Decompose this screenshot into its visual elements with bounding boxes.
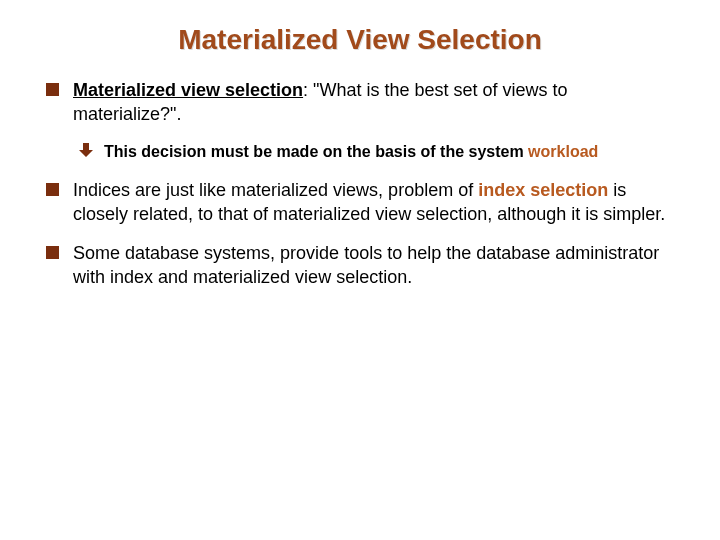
bullet-1-lead: Materialized view selection bbox=[73, 80, 303, 100]
sub-bullet-1-pre: This decision must be made on the basis … bbox=[104, 143, 528, 160]
bullet-1-text: Materialized view selection: "What is th… bbox=[73, 78, 680, 127]
sub-bullet-1: This decision must be made on the basis … bbox=[78, 141, 680, 163]
square-bullet-icon bbox=[46, 246, 59, 259]
slide-title: Materialized View Selection bbox=[40, 24, 680, 56]
bullet-2-highlight: index selection bbox=[478, 180, 608, 200]
bullet-2-text: Indices are just like materialized views… bbox=[73, 178, 680, 227]
arrow-down-icon bbox=[78, 142, 94, 158]
bullet-2-pre: Indices are just like materialized views… bbox=[73, 180, 478, 200]
bullet-3-text: Some database systems, provide tools to … bbox=[73, 241, 680, 290]
bullet-2: Indices are just like materialized views… bbox=[46, 178, 680, 227]
square-bullet-icon bbox=[46, 83, 59, 96]
slide: Materialized View Selection Materialized… bbox=[0, 0, 720, 540]
bullet-list: Materialized view selection: "What is th… bbox=[46, 78, 680, 289]
bullet-3: Some database systems, provide tools to … bbox=[46, 241, 680, 290]
sub-bullet-1-text: This decision must be made on the basis … bbox=[104, 141, 680, 163]
sub-bullet-1-highlight: workload bbox=[528, 143, 598, 160]
bullet-1: Materialized view selection: "What is th… bbox=[46, 78, 680, 127]
square-bullet-icon bbox=[46, 183, 59, 196]
